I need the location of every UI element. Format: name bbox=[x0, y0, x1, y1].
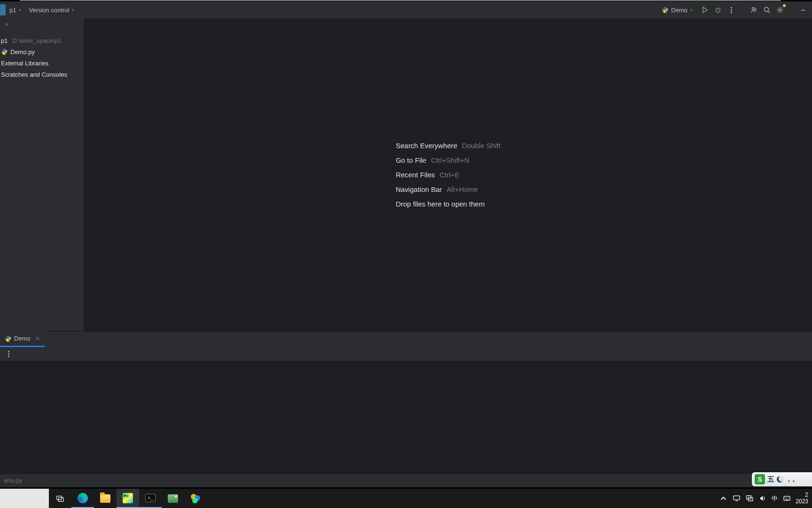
run-config-selector[interactable]: Demo ▾ bbox=[658, 5, 696, 15]
ime-floating-bar[interactable]: S 五 ，。 bbox=[752, 472, 812, 486]
taskbar-pycharm-button[interactable] bbox=[117, 489, 139, 508]
vcs-menu-label: Version control bbox=[29, 7, 69, 14]
hint-go-to-file: Go to File Ctrl+Shift+N bbox=[396, 156, 500, 164]
run-toolwindow-toolbar bbox=[0, 347, 812, 361]
status-bar-file-path: emo.py bbox=[4, 477, 22, 484]
pycharm-icon bbox=[123, 493, 133, 503]
chevron-down-icon: ▾ bbox=[19, 8, 21, 12]
taskbar-search-input[interactable]: 搜索 bbox=[0, 489, 49, 508]
svg-point-2 bbox=[765, 8, 769, 12]
tray-monitor-icon[interactable] bbox=[732, 494, 741, 503]
chevron-down-icon: ▾ bbox=[690, 8, 693, 12]
hint-search-everywhere: Search Everywhere Double Shift bbox=[396, 142, 500, 150]
more-actions-button[interactable] bbox=[725, 3, 738, 16]
tray-chevron-up-icon[interactable] bbox=[719, 494, 727, 503]
system-tray: 中 2 2023 bbox=[719, 492, 812, 504]
tray-date: 2023 bbox=[796, 499, 808, 505]
taskbar-image-app-button[interactable] bbox=[162, 489, 184, 508]
tray-clock[interactable]: 2 2023 bbox=[796, 492, 808, 504]
svg-point-0 bbox=[716, 8, 720, 12]
python-file-icon bbox=[5, 335, 11, 342]
tray-monitor-dup-icon[interactable] bbox=[745, 494, 754, 503]
tree-row-external-libraries[interactable]: External Libraries bbox=[0, 57, 84, 69]
hint-label: Search Everywhere bbox=[396, 142, 457, 150]
vertical-dots-icon bbox=[731, 7, 732, 13]
run-button[interactable] bbox=[698, 3, 711, 16]
tray-time: 2 bbox=[796, 492, 808, 498]
project-tree-sidebar: p1 D:\work_space\p1 Demo.py External Lib… bbox=[0, 30, 84, 331]
project-selector-label: p1 bbox=[9, 7, 16, 14]
close-tab-icon[interactable]: ✕ bbox=[35, 335, 40, 342]
tree-file-name: Demo.py bbox=[10, 48, 35, 56]
chevron-down-icon: ▾ bbox=[72, 8, 74, 12]
tree-scratches-label: Scratches and Consoles bbox=[1, 71, 67, 78]
project-panel-header[interactable]: ▾ bbox=[0, 18, 84, 30]
sogou-logo-icon: S bbox=[755, 474, 765, 484]
status-bar: emo.py bbox=[0, 474, 812, 487]
tree-root-path: D:\work_space\p1 bbox=[12, 37, 61, 44]
hint-label: Navigation Bar bbox=[396, 185, 442, 193]
python-file-icon bbox=[662, 7, 668, 13]
tree-external-libs-label: External Libraries bbox=[1, 60, 48, 67]
run-tab-label: Demo bbox=[14, 335, 31, 342]
editor-empty-state[interactable]: Search Everywhere Double Shift Go to Fil… bbox=[84, 18, 812, 331]
taskbar-rings-app-button[interactable] bbox=[184, 489, 207, 508]
settings-button[interactable] bbox=[773, 3, 787, 16]
taskbar-explorer-button[interactable] bbox=[94, 489, 117, 508]
hint-recent-files: Recent Files Ctrl+E bbox=[396, 171, 500, 179]
hint-drop-files: Drop files here to open them bbox=[396, 200, 500, 208]
window-minimize-button[interactable] bbox=[795, 7, 812, 13]
run-output-area[interactable] bbox=[0, 361, 812, 474]
taskbar-terminal-button[interactable]: >_ bbox=[139, 489, 162, 508]
svg-rect-7 bbox=[734, 496, 740, 500]
svg-point-3 bbox=[779, 9, 781, 11]
tree-root-name: p1 bbox=[1, 37, 8, 44]
terminal-icon: >_ bbox=[145, 494, 156, 502]
tree-row-project-root[interactable]: p1 D:\work_space\p1 bbox=[0, 35, 84, 46]
task-view-button[interactable] bbox=[49, 489, 71, 508]
taskbar-edge-button[interactable] bbox=[71, 489, 94, 508]
edge-icon bbox=[78, 493, 88, 503]
window-top-highlight bbox=[20, 0, 781, 1]
hint-shortcut: Double Shift bbox=[462, 142, 500, 150]
vcs-menu[interactable]: Version control ▾ bbox=[25, 5, 78, 16]
run-toolwindow-tabs: Demo ✕ bbox=[0, 331, 812, 347]
ime-mode-label[interactable]: 五 bbox=[767, 475, 774, 484]
run-toolbar-more-button[interactable] bbox=[4, 349, 13, 359]
editor-placeholder-hints: Search Everywhere Double Shift Go to Fil… bbox=[396, 142, 500, 208]
svg-point-1 bbox=[752, 8, 755, 10]
hint-shortcut: Alt+Home bbox=[447, 185, 478, 193]
tree-row-file[interactable]: Demo.py bbox=[0, 46, 84, 57]
image-app-icon bbox=[168, 494, 178, 503]
project-selector[interactable]: p1 ▾ bbox=[6, 5, 25, 16]
run-config-label: Demo bbox=[671, 7, 687, 14]
tray-ime-keyboard-icon[interactable] bbox=[782, 494, 791, 503]
chevron-down-icon: ▾ bbox=[6, 22, 8, 27]
tree-row-scratches[interactable]: Scratches and Consoles bbox=[0, 69, 84, 80]
run-tab-active[interactable]: Demo ✕ bbox=[0, 331, 45, 347]
ime-punct-label[interactable]: ，。 bbox=[786, 475, 799, 484]
tray-ime-language[interactable]: 中 bbox=[772, 494, 778, 503]
hint-shortcut: Ctrl+Shift+N bbox=[431, 156, 469, 164]
moon-icon[interactable] bbox=[777, 476, 783, 483]
hint-label: Recent Files bbox=[396, 171, 435, 179]
svg-rect-10 bbox=[784, 496, 790, 500]
python-file-icon bbox=[1, 48, 8, 55]
windows-taskbar: 搜索 >_ bbox=[0, 489, 812, 508]
hint-shortcut: Ctrl+E bbox=[440, 171, 460, 179]
rings-icon bbox=[191, 494, 200, 503]
main-toolbar: p1 ▾ Version control ▾ Demo ▾ bbox=[0, 1, 812, 18]
search-everywhere-button[interactable] bbox=[760, 3, 773, 16]
project-icon bbox=[0, 4, 6, 16]
svg-rect-4 bbox=[801, 10, 805, 10]
hint-navigation-bar: Navigation Bar Alt+Home bbox=[396, 185, 500, 193]
debug-button[interactable] bbox=[711, 3, 725, 16]
hint-label: Go to File bbox=[396, 156, 426, 164]
vertical-dots-icon bbox=[8, 351, 9, 357]
tray-volume-icon[interactable] bbox=[758, 494, 767, 503]
folder-icon bbox=[100, 494, 110, 503]
code-with-me-button[interactable] bbox=[747, 3, 760, 16]
